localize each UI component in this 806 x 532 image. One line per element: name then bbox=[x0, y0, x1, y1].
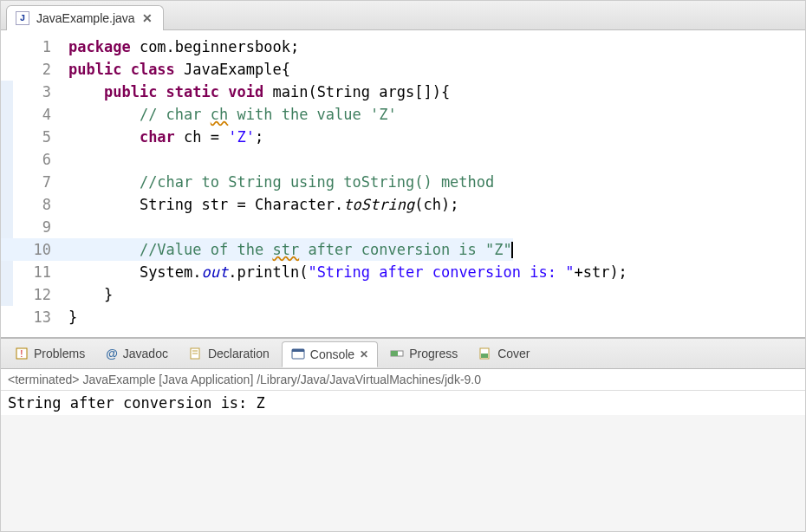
tab-progress[interactable]: Progress bbox=[381, 341, 466, 366]
line-number: 11 bbox=[13, 261, 62, 283]
svg-rect-6 bbox=[292, 349, 304, 352]
line-number: 8 bbox=[13, 193, 62, 216]
tab-label: Cover bbox=[497, 347, 530, 360]
text-cursor bbox=[511, 242, 513, 258]
line-number: 4 bbox=[13, 103, 62, 126]
editor-area: J JavaExample.java ✕ 1 package com.begin… bbox=[1, 1, 805, 338]
line-number: 7 bbox=[13, 171, 62, 193]
line-number: 9 bbox=[13, 216, 62, 238]
console-icon bbox=[291, 347, 305, 361]
editor-tab-bar: J JavaExample.java ✕ bbox=[1, 1, 805, 30]
svg-rect-8 bbox=[391, 351, 398, 356]
tab-label: Progress bbox=[409, 347, 458, 360]
line-number: 1 bbox=[13, 36, 62, 58]
line-number: 3 bbox=[13, 81, 62, 103]
line-number: 13 bbox=[13, 306, 62, 328]
tab-declaration[interactable]: Declaration bbox=[180, 341, 278, 366]
current-line: 10 //Value of the str after conversion i… bbox=[1, 238, 805, 261]
console-output[interactable]: String after conversion is: Z bbox=[1, 391, 805, 415]
line-number: 2 bbox=[13, 58, 62, 81]
javadoc-icon: @ bbox=[106, 347, 118, 360]
line-number: 5 bbox=[13, 126, 62, 148]
line-number: 10 bbox=[13, 238, 62, 261]
tab-console[interactable]: Console ✕ bbox=[282, 341, 378, 367]
java-file-icon: J bbox=[16, 11, 29, 25]
coverage-icon bbox=[478, 347, 492, 360]
close-icon[interactable]: ✕ bbox=[360, 348, 368, 360]
console-process-label: <terminated> JavaExample [Java Applicati… bbox=[1, 369, 805, 391]
svg-text:!: ! bbox=[21, 349, 23, 359]
editor-tab-javaexample[interactable]: J JavaExample.java ✕ bbox=[6, 5, 164, 30]
tab-label: Console bbox=[310, 347, 354, 361]
problems-icon: ! bbox=[15, 347, 29, 360]
tab-problems[interactable]: ! Problems bbox=[6, 341, 94, 366]
close-icon[interactable]: ✕ bbox=[142, 11, 153, 25]
code-editor[interactable]: 1 package com.beginnersbook; 2 public cl… bbox=[1, 30, 805, 337]
declaration-icon bbox=[189, 347, 203, 360]
tab-label: Declaration bbox=[208, 347, 270, 360]
tab-javadoc[interactable]: @ Javadoc bbox=[97, 341, 177, 366]
line-number: 6 bbox=[13, 148, 62, 171]
tab-coverage[interactable]: Cover bbox=[470, 341, 538, 366]
progress-icon bbox=[390, 347, 404, 360]
svg-rect-10 bbox=[481, 354, 488, 358]
editor-tab-label: JavaExample.java bbox=[36, 11, 135, 25]
line-number: 12 bbox=[13, 283, 62, 306]
tab-label: Problems bbox=[34, 347, 85, 360]
bottom-view-tabs: ! Problems @ Javadoc Declaration Console… bbox=[1, 338, 805, 369]
tab-label: Javadoc bbox=[123, 347, 168, 360]
